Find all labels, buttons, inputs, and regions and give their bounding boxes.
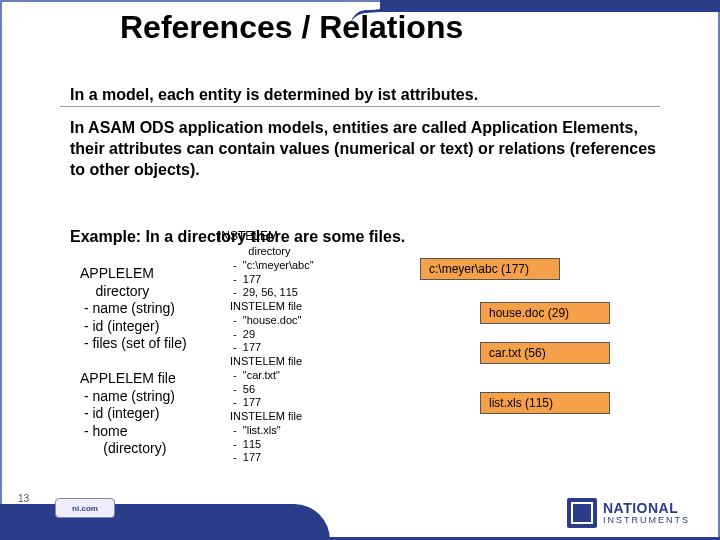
file-box-2: car.txt (56) — [480, 342, 610, 364]
file-box-1: house.doc (29) — [480, 302, 610, 324]
applelem-column: APPLELEM directory - name (string) - id … — [80, 265, 187, 458]
ni-sub: INSTRUMENTS — [603, 515, 690, 525]
file-box-3: list.xls (115) — [480, 392, 610, 414]
paragraph: In ASAM ODS application models, entities… — [70, 118, 660, 180]
instelem-column: directory - "c:\meyer\abc" - 177 - 29, 5… — [230, 245, 314, 465]
ni-logo-block: NATIONAL INSTRUMENTS — [567, 498, 690, 528]
instelem-label: INSTELEM — [218, 229, 278, 243]
ni-brand: NATIONAL — [603, 501, 690, 515]
ni-logo-icon — [567, 498, 597, 528]
slide-title: References / Relations — [120, 10, 463, 45]
ni-com-badge: ni.com — [55, 498, 115, 518]
divider-line — [60, 106, 660, 107]
page-number: 13 — [18, 493, 29, 504]
ni-com-text: ni.com — [72, 504, 98, 513]
directory-box: c:\meyer\abc (177) — [420, 258, 560, 280]
intro-line: In a model, each entity is determined by… — [70, 86, 478, 104]
footer-accent — [0, 504, 330, 540]
